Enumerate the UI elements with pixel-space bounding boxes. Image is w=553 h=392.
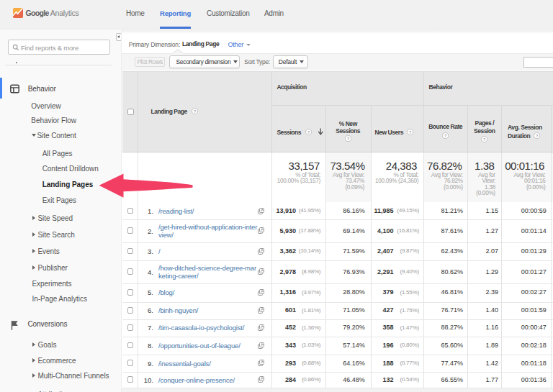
svg-text:?: ? [347, 137, 349, 141]
svg-text:?: ? [536, 133, 538, 137]
svg-text:?: ? [409, 130, 411, 135]
svg-text:?: ? [307, 130, 310, 135]
svg-text:?: ? [444, 133, 446, 137]
svg-text:?: ? [483, 137, 485, 141]
svg-text:?: ? [194, 109, 196, 114]
